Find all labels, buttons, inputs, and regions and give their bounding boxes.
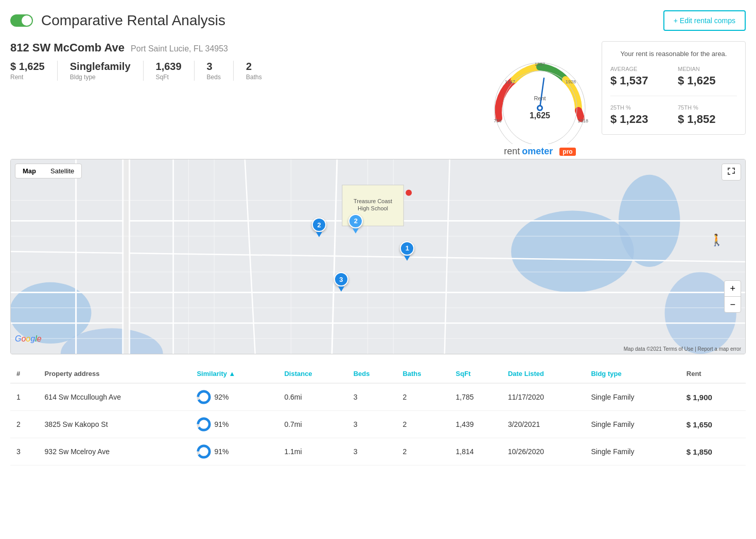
- cell-address: 932 Sw Mcelroy Ave: [39, 438, 191, 465]
- cell-date: 11/17/2020: [502, 383, 585, 411]
- stat-value: 1,639: [156, 61, 182, 73]
- stat-divider-1: [57, 61, 58, 81]
- median-cell: MEDIAN $ 1,625: [678, 66, 737, 87]
- edit-comps-button[interactable]: + Edit rental comps: [663, 10, 746, 31]
- cell-baths: 2: [396, 438, 449, 465]
- cell-bldgtype: Single Family: [585, 383, 680, 411]
- median-label: MEDIAN: [678, 66, 737, 72]
- cell-bldgtype: Single Family: [585, 438, 680, 465]
- svg-point-43: [406, 190, 412, 196]
- svg-line-7: [540, 78, 544, 108]
- svg-text:High School: High School: [358, 205, 388, 211]
- svg-text:756: 756: [494, 118, 501, 123]
- stat-value: 2: [246, 61, 262, 73]
- stat-item-rent: $ 1,625 Rent: [10, 61, 45, 81]
- p75-value: $ 1,852: [678, 113, 737, 126]
- streetview-person[interactable]: 🚶: [710, 233, 724, 247]
- p25-cell: 25TH % $ 1,223: [610, 104, 670, 126]
- stat-label: Bldg type: [70, 74, 131, 81]
- map-zoom-in[interactable]: +: [725, 281, 741, 297]
- cell-similarity: 91%: [190, 438, 278, 465]
- cell-beds: 3: [347, 383, 397, 411]
- map-marker-2[interactable]: 2: [312, 218, 326, 237]
- marker-pin-1: [404, 256, 410, 261]
- col-header-num: #: [10, 365, 39, 383]
- stat-item-baths: 2 Baths: [246, 61, 262, 81]
- stat-item-bldg-type: Singlefamily Bldg type: [70, 61, 131, 81]
- cell-beds: 3: [347, 438, 397, 465]
- cell-baths: 2: [396, 411, 449, 438]
- map-tabs[interactable]: Map Satellite: [15, 164, 82, 178]
- svg-text:1147: 1147: [505, 79, 515, 84]
- col-header-beds[interactable]: Beds: [347, 365, 397, 383]
- map-marker-2b[interactable]: 2: [348, 214, 363, 233]
- map-tab-satellite[interactable]: Satellite: [43, 164, 81, 178]
- marker-circle-2: 2: [312, 218, 326, 232]
- logo-rent: rent: [504, 146, 520, 157]
- cell-similarity: 92%: [190, 383, 278, 411]
- col-header-distance[interactable]: Distance: [278, 365, 347, 383]
- address-sub: Port Saint Lucie, FL 34953: [131, 44, 228, 53]
- address-main: 812 SW McComb Ave: [10, 41, 125, 55]
- map-attribution: Map data ©2021 Terms of Use | Report a m…: [624, 346, 741, 352]
- col-header-date[interactable]: Date Listed: [502, 365, 585, 383]
- svg-rect-29: [124, 159, 129, 354]
- gauge-container: 756 1147 1537 1928 2318 Rent 1,625: [488, 41, 591, 144]
- p25-value: $ 1,223: [610, 113, 670, 126]
- col-header-similarity[interactable]: Similarity ▲: [190, 365, 278, 383]
- svg-point-14: [511, 210, 634, 292]
- table-row: 2 3825 Sw Kakopo St 91% 0.7mi 3 2 1,439 …: [10, 411, 746, 438]
- cell-date: 10/26/2020: [502, 438, 585, 465]
- toggle-switch[interactable]: [10, 14, 33, 27]
- svg-point-47: [198, 419, 209, 430]
- cell-date: 3/20/2021: [502, 411, 585, 438]
- cell-rent: $ 1,900: [680, 383, 746, 411]
- col-header-bldgtype[interactable]: Bldg type: [585, 365, 680, 383]
- cell-sqft: 1,439: [450, 411, 502, 438]
- gauge-svg: 756 1147 1537 1928 2318 Rent 1,625: [488, 41, 591, 144]
- rentometer-logo: rentometer pro: [504, 146, 575, 157]
- average-label: AVERAGE: [610, 66, 670, 72]
- stat-item-sqft: 1,639 SqFt: [156, 61, 182, 81]
- map-zoom-controls[interactable]: + −: [724, 280, 741, 313]
- cell-num: 2: [10, 411, 39, 438]
- stat-value: $ 1,625: [10, 61, 45, 73]
- map-zoom-out[interactable]: −: [725, 297, 741, 312]
- cell-distance: 0.6mi: [278, 383, 347, 411]
- cell-baths: 2: [396, 383, 449, 411]
- marker-pin-2b: [353, 228, 359, 233]
- stat-label: Rent: [10, 74, 45, 81]
- col-header-baths[interactable]: Baths: [396, 365, 449, 383]
- page-title: Comparative Rental Analysis: [41, 12, 225, 29]
- property-info: 812 SW McComb Ave Port Saint Lucie, FL 3…: [10, 41, 478, 81]
- cell-sqft: 1,814: [450, 438, 502, 465]
- map-expand-button[interactable]: [722, 164, 741, 181]
- map-marker-1[interactable]: 1: [400, 241, 414, 261]
- logo-ometer: ometer: [522, 146, 553, 157]
- comp-table: # Property address Similarity ▲ Distance…: [10, 365, 746, 465]
- cell-bldgtype: Single Family: [585, 411, 680, 438]
- stat-label: SqFt: [156, 74, 182, 81]
- svg-text:1,625: 1,625: [530, 111, 550, 120]
- map-marker-3[interactable]: 3: [334, 272, 348, 292]
- svg-text:2318: 2318: [578, 118, 588, 123]
- cell-address: 3825 Sw Kakopo St: [39, 411, 191, 438]
- similarity-donut: [197, 444, 211, 459]
- property-stats: $ 1,625 Rent Singlefamily Bldg type 1,63…: [10, 61, 478, 81]
- stat-item-beds: 3 Beds: [207, 61, 221, 81]
- stat-divider-4: [233, 61, 234, 81]
- google-logo: Google: [15, 334, 42, 344]
- map-tab-map[interactable]: Map: [15, 164, 43, 178]
- col-header-sqft[interactable]: SqFt: [450, 365, 502, 383]
- stats-panel-title: Your rent is reasonable for the area.: [610, 50, 737, 58]
- svg-point-9: [538, 106, 541, 110]
- p75-label: 75TH %: [678, 104, 737, 111]
- col-header-rent: Rent: [680, 365, 746, 383]
- marker-circle-3: 3: [334, 272, 348, 286]
- cell-distance: 0.7mi: [278, 411, 347, 438]
- cell-num: 1: [10, 383, 39, 411]
- table-row: 1 614 Sw Mccullough Ave 92% 0.6mi 3 2 1,…: [10, 383, 746, 411]
- stat-divider-2: [143, 61, 144, 81]
- svg-text:1928: 1928: [566, 79, 576, 84]
- marker-circle-1: 1: [400, 241, 414, 256]
